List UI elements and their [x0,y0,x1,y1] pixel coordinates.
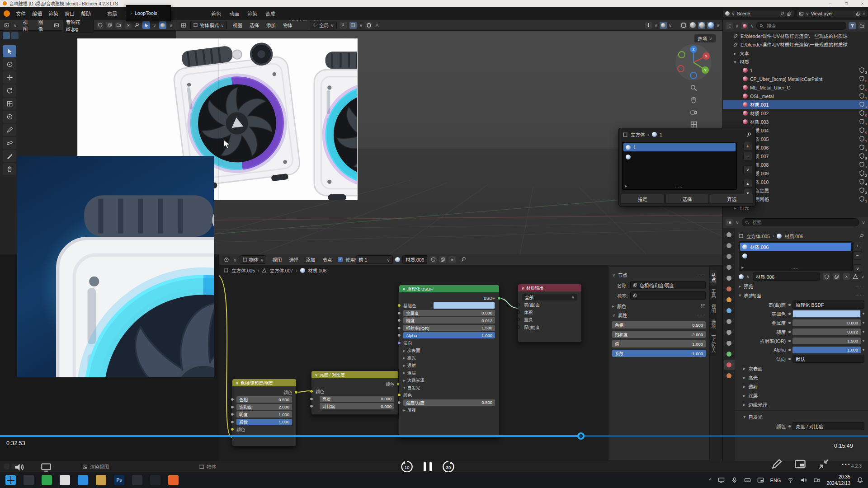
gizmo-x-label[interactable]: X [705,54,708,58]
scene-selector[interactable]: ∨ Scene [722,10,794,17]
specials-button[interactable]: ∨ [743,165,752,174]
input-socket[interactable] [397,311,401,315]
taskbar-app-icon[interactable] [24,475,34,485]
node-section-row[interactable]: ▸ 次表面 [403,347,495,353]
node-label-field[interactable] [630,291,706,300]
node-tree-icon[interactable] [853,274,858,279]
display-channel-button[interactable] [3,32,10,39]
sidebar-tab[interactable]: 节点 [710,270,717,286]
fake-user-shield-icon[interactable] [97,22,104,29]
node-header[interactable]: ∨ 原理化 BSDF [399,285,499,292]
properties-tab[interactable] [724,251,735,261]
surface-panel-header[interactable]: ▾ 表(曲)面 ⋯⋯ [739,291,864,299]
expand-icon[interactable]: ▸ [403,363,406,368]
skip-back-button[interactable]: 10 [400,460,414,474]
popup-slot-selected[interactable]: 1 [623,143,736,151]
node-principled-bsdf[interactable]: ∨ 原理化 BSDF BSDF 基础色 金属度 0.000 [399,285,500,438]
collapse-icon[interactable]: ▾ [403,385,406,390]
slot-dropdown[interactable]: 槽 1 ∨ [356,255,393,264]
breadcrumb-material[interactable]: 材质.006 [784,233,803,239]
tool-scale[interactable] [3,98,16,110]
overlays-icon[interactable] [660,22,667,29]
taskbar-app-icon[interactable]: Ps [114,475,124,485]
copy-icon[interactable] [439,256,446,263]
breadcrumb-material[interactable]: 材质.006 [308,267,326,274]
input-socket[interactable] [397,319,401,322]
add-slot-button[interactable]: + [853,242,862,250]
value-slider[interactable]: 亮度 0.000 [320,396,394,402]
base-color-swatch[interactable] [433,302,495,309]
zoom-icon[interactable] [690,84,698,92]
input-socket[interactable] [231,405,234,409]
outliner-group-text[interactable]: ▸ 文本 [723,49,868,57]
node-header[interactable]: ∨ 材质输出 [518,284,581,291]
snap-magnet-icon[interactable] [340,22,347,29]
tool-annotate[interactable] [3,124,16,136]
value-slider[interactable]: 强度/力度 0.800 [403,399,495,406]
workspace-tab[interactable]: 渲染 [243,9,261,19]
tool-measure[interactable] [3,137,16,149]
editor-type-icon[interactable] [179,21,188,29]
wifi-icon[interactable] [787,477,794,483]
pause-button[interactable] [424,462,432,471]
node-name-field[interactable]: 色相/饱和度/明度 [630,281,706,289]
value-slider[interactable]: 金属度 0.000 [403,310,495,316]
language-indicator[interactable]: ENG [770,478,781,483]
shader-type-dropdown[interactable]: 物体 ∨ [240,255,267,264]
collapse-icon[interactable]: ∨ [402,286,406,291]
target-dropdown[interactable]: 全部 ∨ [522,294,577,300]
clock[interactable]: 20:35 2024/12/13 [826,474,850,486]
close-icon[interactable]: × [863,11,865,16]
ortho-grid-icon[interactable] [690,121,698,128]
thin-film-row[interactable]: ▸ 薄膜 [403,407,495,413]
value-slider[interactable]: 0.012 [793,328,861,335]
workspace-tab[interactable]: 布局 [103,9,121,19]
material-row[interactable]: ME_Metal_Uber_G 0 [723,83,868,92]
output-socket[interactable] [294,390,298,394]
color-input-socket[interactable] [310,389,313,393]
filter-icon[interactable] [849,22,856,29]
fake-user-shield-icon[interactable] [429,256,437,263]
tool-select[interactable] [3,45,16,57]
taskbar-app-icon[interactable] [132,475,142,485]
sidebar-tab[interactable]: 节点牧人 [710,332,717,356]
exit-fullscreen-icon[interactable] [818,458,830,470]
menu-item[interactable]: 物体 [280,21,296,29]
value-slider[interactable]: 明度 1.000 [236,411,292,418]
expand-icon[interactable]: ▸ [733,51,737,56]
video-icon[interactable] [813,477,820,483]
tool-extra[interactable] [3,163,16,175]
popup-slot-list[interactable]: 1 ▸ ⋯⋯ [622,142,737,190]
resize-grip[interactable]: ⋯⋯ [791,266,800,271]
display-mode-icon[interactable] [726,22,733,29]
node-material-output[interactable]: ∨ 材质输出 全部 ∨ 表(曲)面 体积 [518,284,582,343]
properties-tab[interactable] [724,295,735,305]
collapse-icon[interactable]: ∨ [521,286,524,291]
orientation-dropdown[interactable]: 全局 ∨ [310,21,337,29]
speaker-icon[interactable] [800,477,807,483]
outliner-group-material[interactable]: ▾ 材质 [723,57,868,66]
material-slots-list[interactable]: 材质.006 ▸ ⋯⋯ + − ∨ [739,241,853,271]
collapse-icon[interactable]: ∨ [236,380,239,385]
properties-tab[interactable] [724,327,735,337]
pin-icon[interactable] [134,22,140,28]
value-slider[interactable]: 系数 1.000 [236,419,292,425]
tray-expand-icon[interactable]: ^ [709,478,711,483]
unlink-icon[interactable]: × [843,273,850,280]
copy-icon[interactable] [787,11,792,16]
properties-tab[interactable] [724,284,735,294]
danmaku-screen-icon[interactable] [41,462,52,473]
properties-tab[interactable] [724,240,735,250]
properties-tab[interactable] [724,273,735,283]
topbar-menu-item[interactable]: 文件 [13,9,29,18]
input-socket[interactable] [231,413,234,416]
properties-tab[interactable] [724,262,735,272]
input-socket[interactable] [516,318,520,321]
base-color-socket[interactable] [397,304,401,307]
taskbar-app-icon[interactable] [60,475,70,485]
linked-library-row[interactable]: E:\blender课件-UV材质灯光渲染\一些现成的材质球 [723,40,868,49]
tool-cursor[interactable] [3,58,16,70]
node-section-row[interactable]: ▸ 涂层 [403,370,495,376]
sidebar-tab[interactable]: 工具 [710,286,717,301]
uv-edit-mode-icon[interactable] [142,21,150,29]
